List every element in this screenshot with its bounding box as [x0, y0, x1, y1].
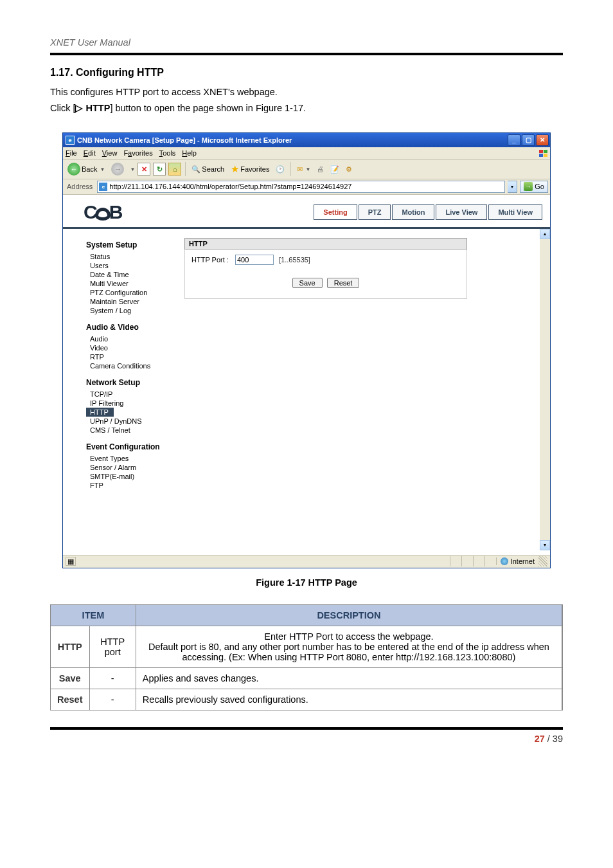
- menu-view[interactable]: View: [102, 149, 118, 157]
- reset-button[interactable]: Reset: [327, 278, 360, 288]
- back-button[interactable]: ←Back▼: [66, 161, 107, 177]
- sidebar-group-event: Event Configuration: [86, 442, 177, 451]
- intro-post: ] button to open the page shown in Figur…: [110, 103, 306, 113]
- sidebar-item-ptzconfig[interactable]: PTZ Configuration: [86, 288, 177, 297]
- tab-ptz[interactable]: PTZ: [359, 204, 391, 220]
- svg-rect-1: [544, 150, 547, 153]
- doc-header: XNET User Manual: [50, 37, 563, 48]
- figure-caption: Figure 1-17 HTTP Page: [50, 577, 563, 588]
- window-title: CNB Network Camera [Setup Page] - Micros…: [77, 136, 508, 144]
- address-url: http://211.104.176.144:400/html/operator…: [109, 183, 351, 190]
- scrollbar[interactable]: ▴ ▾: [540, 229, 550, 550]
- favorites-button[interactable]: ★Favorites: [229, 162, 271, 176]
- sidebar-item-rtp[interactable]: RTP: [86, 352, 177, 361]
- tab-multiview[interactable]: Multi View: [488, 204, 542, 220]
- browser-window: e CNB Network Camera [Setup Page] - Micr…: [62, 132, 551, 568]
- address-label: Address: [65, 183, 94, 190]
- edit-button[interactable]: 📝: [328, 164, 341, 175]
- fwd-caret: ▼: [130, 167, 135, 172]
- windows-flag-icon: [538, 149, 549, 159]
- sidebar-item-maintain[interactable]: Maintain Server: [86, 297, 177, 306]
- tab-liveview[interactable]: Live View: [436, 204, 487, 220]
- minimize-button[interactable]: _: [508, 134, 520, 146]
- statusbar-page-icon: ▦: [66, 557, 76, 566]
- sidebar-item-multiviewer[interactable]: Multi Viewer: [86, 279, 177, 288]
- sidebar-item-audio[interactable]: Audio: [86, 334, 177, 343]
- http-port-input[interactable]: [235, 255, 274, 265]
- intro-button-ref: ▷ HTTP: [75, 103, 110, 113]
- http-port-label: HTTP Port :: [191, 256, 230, 264]
- tab-setting[interactable]: Setting: [314, 204, 357, 220]
- table-cell-sub: HTTP port: [89, 626, 136, 667]
- toolbar: ←Back▼ → ▼ ✕ ↻ ⌂ 🔍Search ★Favorites 🕑 ✉▼…: [63, 160, 550, 179]
- statusbar-cell: [450, 556, 461, 566]
- menu-tools[interactable]: Tools: [159, 149, 176, 157]
- sidebar-item-ftp[interactable]: FTP: [86, 481, 177, 490]
- table-cell-item: HTTP: [51, 626, 90, 667]
- panel-area: HTTP HTTP Port : [1..65535] Save Reset: [182, 229, 550, 550]
- address-dropdown[interactable]: ▾: [508, 181, 517, 193]
- menu-file[interactable]: File: [66, 149, 77, 157]
- refresh-button[interactable]: ↻: [153, 163, 166, 176]
- http-port-hint: [1..65535]: [279, 256, 310, 264]
- section-title: 1.17. Configuring HTTP: [50, 67, 563, 78]
- menu-favorites[interactable]: Favorites: [123, 149, 152, 157]
- print-button[interactable]: 🖨: [315, 164, 326, 174]
- sidebar: System Setup Status Users Date & Time Mu…: [63, 229, 182, 550]
- go-button[interactable]: →Go: [520, 181, 548, 193]
- sidebar-item-camcond[interactable]: Camera Conditions: [86, 361, 177, 370]
- description-table: ITEM DESCRIPTION HTTPHTTP portEnter HTTP…: [50, 604, 563, 710]
- menu-edit[interactable]: Edit: [84, 149, 96, 157]
- sidebar-item-smtp[interactable]: SMTP(E-mail): [86, 472, 177, 481]
- cnb-logo: CB: [84, 201, 121, 223]
- sidebar-group-system: System Setup: [86, 240, 177, 249]
- close-button[interactable]: ✕: [536, 134, 549, 146]
- table-cell-desc: Enter HTTP Port to access the webpage.De…: [136, 626, 562, 667]
- intro-line-1: This configures HTTP port to access XNET…: [50, 85, 563, 99]
- menu-help[interactable]: Help: [182, 149, 197, 157]
- tab-motion[interactable]: Motion: [392, 204, 434, 220]
- address-input[interactable]: e http://211.104.176.144:400/html/operat…: [97, 181, 505, 193]
- statusbar-cell: [484, 556, 496, 566]
- table-cell-sub: -: [89, 689, 136, 710]
- sidebar-item-cms[interactable]: CMS / Telnet: [86, 426, 177, 435]
- svg-rect-2: [539, 154, 543, 157]
- maximize-button[interactable]: ▢: [522, 134, 535, 146]
- search-button[interactable]: 🔍Search: [190, 164, 226, 175]
- history-button[interactable]: 🕑: [274, 164, 287, 175]
- svg-rect-3: [544, 154, 547, 157]
- statusbar-cell: [461, 556, 473, 566]
- stop-button[interactable]: ✕: [138, 163, 150, 176]
- sidebar-item-video[interactable]: Video: [86, 343, 177, 352]
- forward-button[interactable]: →: [109, 161, 126, 177]
- toolbar-sep-1: [185, 162, 186, 176]
- zone-text: Internet: [511, 557, 535, 565]
- sidebar-group-av: Audio & Video: [86, 323, 177, 332]
- sidebar-group-network: Network Setup: [86, 378, 177, 387]
- scroll-down-icon[interactable]: ▾: [540, 540, 550, 550]
- sidebar-item-ipfilter[interactable]: IP Filtering: [86, 399, 177, 408]
- discuss-button[interactable]: ⚙: [344, 164, 354, 175]
- sidebar-item-http[interactable]: HTTP: [86, 408, 114, 417]
- scroll-up-icon[interactable]: ▴: [540, 229, 550, 239]
- sidebar-item-status[interactable]: Status: [86, 252, 177, 261]
- header-rule: [50, 53, 563, 55]
- save-button[interactable]: Save: [292, 278, 323, 288]
- sidebar-item-sensor[interactable]: Sensor / Alarm: [86, 463, 177, 472]
- intro-pre: Click [: [50, 103, 75, 113]
- sidebar-item-systemlog[interactable]: System / Log: [86, 306, 177, 315]
- sidebar-item-upnp[interactable]: UPnP / DynDNS: [86, 417, 177, 426]
- footer-rule: [50, 727, 563, 730]
- table-cell-desc: Applies and saves changes.: [136, 667, 562, 689]
- resize-grip[interactable]: [538, 556, 547, 566]
- mail-button[interactable]: ✉▼: [295, 164, 312, 175]
- app-topnav: CB Setting PTZ Motion Live View Multi Vi…: [63, 195, 550, 229]
- sidebar-item-users[interactable]: Users: [86, 261, 177, 270]
- globe-icon: [501, 557, 508, 565]
- sidebar-item-datetime[interactable]: Date & Time: [86, 270, 177, 279]
- intro-line-2: Click [▷ HTTP] button to open the page s…: [50, 101, 563, 115]
- sidebar-item-eventtypes[interactable]: Event Types: [86, 454, 177, 463]
- sidebar-item-tcpip[interactable]: TCP/IP: [86, 390, 177, 399]
- home-button[interactable]: ⌂: [168, 163, 181, 176]
- page-icon: e: [99, 183, 107, 191]
